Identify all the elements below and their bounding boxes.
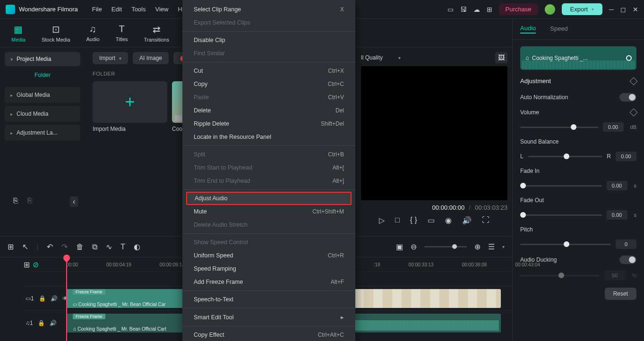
menu-file[interactable]: File [92, 6, 102, 13]
adjustment-header[interactable]: Adjustment [520, 70, 636, 89]
lock-icon[interactable]: 🔒 [39, 295, 46, 302]
context-menu-item-split: SplitCtrl+B [182, 148, 355, 161]
context-menu-item-ripple-delete[interactable]: Ripple DeleteShift+Del [182, 117, 355, 130]
tl-undo-icon[interactable]: ↶ [47, 242, 53, 251]
context-menu-item-mute[interactable]: MuteCtrl+Shift+M [182, 205, 355, 218]
tab-audio[interactable]: ♫Audio [86, 24, 100, 42]
fadein-slider[interactable] [520, 185, 602, 187]
context-menu-item-disable-clip[interactable]: Disable Clip [182, 34, 355, 47]
context-menu-item-speech-to-text[interactable]: Speech-to-Text [182, 293, 355, 306]
context-menu-item-smart-edit-tool[interactable]: Smart Edit Tool▸ [182, 310, 355, 324]
context-menu-item-delete[interactable]: DeleteDel [182, 104, 355, 117]
fadeout-slider[interactable] [520, 214, 602, 216]
folder-add-icon[interactable]: ⎘ [13, 196, 18, 207]
close-icon[interactable]: ✕ [633, 6, 638, 13]
preview-viewport[interactable] [361, 66, 507, 200]
rp-tab-speed[interactable]: Speed [550, 25, 568, 33]
tl-text-icon[interactable]: T [120, 243, 125, 251]
context-menu-item-adjust-audio[interactable]: Adjust Audio [186, 192, 352, 205]
fadein-value[interactable]: 0.00 [607, 181, 627, 190]
context-menu-item-copy[interactable]: CopyCtrl+C [182, 77, 355, 91]
context-menu-item-show-speed-control: Show Speed Control [182, 236, 355, 249]
context-menu-item-speed-ramping[interactable]: Speed Ramping [182, 262, 355, 275]
context-menu-item-copy-effect[interactable]: Copy EffectCtrl+Alt+C [182, 328, 355, 341]
volume-keyframe-icon[interactable] [630, 109, 638, 117]
marker-icon[interactable]: { } [410, 216, 417, 225]
tl-list-icon[interactable]: ☰ [488, 242, 495, 251]
mute-icon[interactable]: 🔊 [50, 320, 57, 326]
ducking-toggle[interactable] [619, 256, 636, 264]
tl-delete-icon[interactable]: 🗑 [76, 243, 84, 251]
menu-tools[interactable]: Tools [131, 6, 146, 13]
app-logo-icon [6, 5, 15, 14]
tl-redo-icon[interactable]: ↷ [61, 242, 68, 251]
sidebar-header[interactable]: ▾Project Media [5, 52, 80, 66]
fadeout-value[interactable]: 0.00 [607, 210, 627, 220]
sidebar-item-cloud[interactable]: ▸Cloud Media [5, 106, 80, 122]
volume-value[interactable]: 0.00 [603, 122, 624, 132]
tl-cursor-icon[interactable]: ↖ [22, 242, 28, 251]
tl-link-icon[interactable]: ⊘ [33, 261, 39, 269]
reset-button[interactable]: Reset [605, 288, 636, 300]
stop-icon[interactable]: □ [395, 216, 400, 225]
balance-slider[interactable] [528, 156, 602, 157]
context-menu-item-delete-audio-stretch: Delete Audio Stretch [182, 218, 355, 231]
display-icon[interactable]: ▭ [428, 216, 435, 225]
context-menu-item-cut[interactable]: CutCtrl+X [182, 64, 355, 77]
tl-zoom-in-icon[interactable]: ⊕ [474, 242, 481, 251]
tab-media[interactable]: ▦Media [11, 24, 26, 43]
tl-track-add-icon[interactable]: ⊞ [24, 261, 30, 269]
menu-view[interactable]: View [155, 6, 168, 13]
audio-clip-header[interactable]: ♫ Cooking Spaghetti _... [520, 46, 636, 70]
keyframe-icon[interactable] [630, 77, 638, 85]
context-menu-item-locate-in-the-resource-panel[interactable]: Locate in the Resource Panel [182, 130, 355, 144]
tab-stock-media[interactable]: ⊡Stock Media [42, 24, 70, 43]
playhead[interactable] [66, 257, 67, 341]
ai-image-button[interactable]: AI Image [133, 52, 169, 64]
context-menu-item-select-clip-range[interactable]: Select Clip RangeX [182, 3, 355, 16]
device-icon[interactable]: ▭ [447, 6, 454, 13]
rp-tab-audio[interactable]: Audio [520, 25, 536, 34]
cloud-icon[interactable]: ☁ [473, 6, 480, 13]
menu-edit[interactable]: Edit [112, 6, 122, 13]
snap-icon[interactable]: 🖼 [495, 52, 507, 63]
tl-color-icon[interactable]: ◐ [134, 242, 140, 251]
import-button[interactable]: Import▾ [93, 52, 128, 64]
minimize-icon[interactable]: ─ [609, 6, 614, 13]
expand-icon[interactable]: ⛶ [482, 216, 489, 225]
mute-icon[interactable]: 🔊 [51, 295, 58, 302]
tl-crop-icon[interactable]: ⧉ [92, 243, 97, 251]
pitch-slider[interactable] [520, 244, 611, 245]
pitch-value[interactable]: 0 [616, 239, 636, 249]
balance-value[interactable]: 0.00 [616, 152, 636, 161]
tab-transitions[interactable]: ⇄Transitions [144, 24, 169, 43]
sidebar-item-global[interactable]: ▸Global Media [5, 87, 80, 103]
zoom-slider[interactable] [424, 246, 467, 247]
save-icon[interactable]: 🖫 [460, 6, 467, 13]
folder-cancel-icon[interactable]: ⎘ [27, 196, 32, 207]
sidebar-item-adjustment[interactable]: ▸Adjustment La... [5, 125, 80, 141]
grid-icon[interactable]: ⊞ [487, 6, 492, 13]
auto-norm-toggle[interactable] [619, 93, 636, 102]
context-menu-item-uniform-speed[interactable]: Uniform SpeedCtrl+R [182, 249, 355, 262]
camera-icon[interactable]: ◉ [445, 216, 452, 225]
tl-zoom-out-icon[interactable]: ⊖ [411, 242, 417, 251]
context-menu-item-find-similar: Find Similar [182, 47, 355, 60]
tl-speed-icon[interactable]: ∿ [106, 242, 112, 251]
purchase-button[interactable]: Purchase [499, 3, 538, 15]
quality-select[interactable]: ll Quality ▾ [361, 54, 401, 61]
volume-icon[interactable]: 🔊 [462, 216, 472, 225]
export-button[interactable]: Export▾ [562, 3, 603, 15]
tab-titles[interactable]: TTitles [116, 24, 128, 42]
play-icon[interactable]: ▷ [379, 216, 385, 225]
context-menu-item-add-freeze-frame[interactable]: Add Freeze FrameAlt+F [182, 275, 355, 289]
avatar[interactable] [545, 4, 555, 15]
maximize-icon[interactable]: ◻ [620, 6, 626, 13]
media-card-import[interactable]: + Import Media [93, 81, 167, 132]
collapse-icon[interactable]: ‹ [70, 196, 78, 207]
sidebar-folder[interactable]: Folder [5, 66, 80, 84]
tl-grid-icon[interactable]: ⊞ [8, 242, 14, 251]
tl-fit-icon[interactable]: ▣ [396, 242, 403, 251]
volume-slider[interactable] [520, 127, 598, 128]
lock-icon[interactable]: 🔒 [38, 320, 45, 326]
